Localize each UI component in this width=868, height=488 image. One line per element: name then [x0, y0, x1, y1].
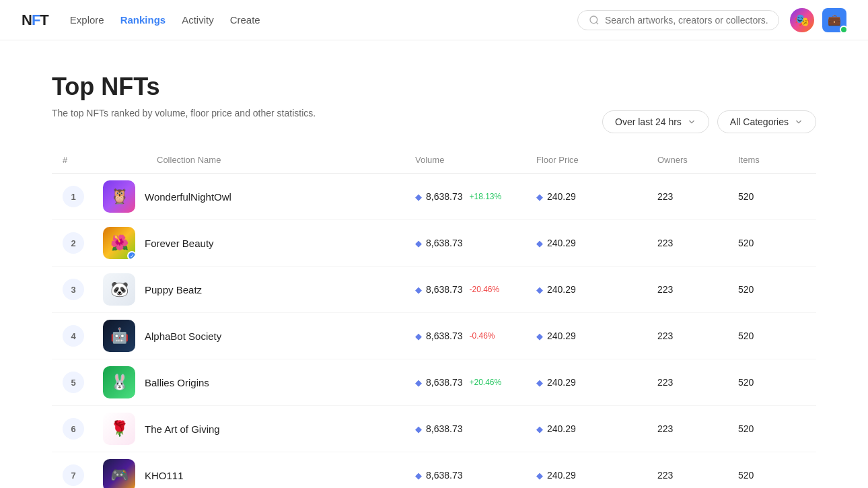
- volume-value: 8,638.73: [426, 238, 463, 248]
- collection-cell: 🌺 ✓ Forever Beauty: [103, 227, 415, 259]
- volume-cell: ◆ 8,638.73 +20.46%: [415, 377, 536, 388]
- collection-cell: 🦉 WonderfulNightOwl: [103, 180, 415, 213]
- owners-cell: 223: [657, 377, 738, 388]
- svg-point-0: [590, 16, 598, 24]
- search-icon: [589, 15, 600, 26]
- rank-cell: 2: [63, 232, 103, 254]
- owners-cell: 223: [657, 423, 738, 434]
- collection-name: Puppy Beatz: [145, 284, 202, 295]
- collection-cell: 🤖 AlphaBot Society: [103, 320, 415, 352]
- nft-thumbnail: 🤖: [103, 320, 135, 352]
- rank-badge: 5: [63, 372, 84, 393]
- category-filter-button[interactable]: All Categories: [717, 110, 816, 133]
- search-input[interactable]: [605, 15, 768, 26]
- eth-icon: ◆: [415, 470, 422, 481]
- items-cell: 520: [738, 470, 805, 481]
- eth-icon: ◆: [415, 285, 422, 295]
- rank-cell: 3: [63, 279, 103, 300]
- eth-icon: ◆: [415, 331, 422, 341]
- main-content: Top NFTs The top NFTs ranked by volume, …: [30, 40, 838, 488]
- table-row[interactable]: 1 🦉 WonderfulNightOwl ◆ 8,638.73 +18.13%…: [52, 174, 816, 220]
- floor-cell: ◆ 240.29: [536, 330, 657, 341]
- volume-value: 8,638.73: [426, 191, 463, 202]
- collection-name: The Art of Giving: [145, 423, 220, 435]
- nav-create[interactable]: Create: [230, 14, 260, 26]
- rank-cell: 6: [63, 418, 103, 440]
- nft-thumb-emoji: 🐼: [103, 273, 135, 306]
- eth-icon: ◆: [536, 470, 543, 481]
- nft-thumb-emoji: 🤖: [103, 320, 135, 352]
- nav-links: Explore Rankings Activity Create: [70, 14, 260, 26]
- nav-explore[interactable]: Explore: [70, 14, 104, 26]
- floor-value: 240.29: [547, 191, 576, 202]
- owners-cell: 223: [657, 470, 738, 481]
- eth-icon: ◆: [415, 424, 422, 434]
- verified-badge: ✓: [127, 251, 135, 259]
- nav-actions: 🎭 💼: [790, 8, 846, 32]
- volume-change: -0.46%: [470, 331, 495, 341]
- owners-cell: 223: [657, 330, 738, 341]
- table-row[interactable]: 6 🌹 The Art of Giving ◆ 8,638.73 ◆ 240.2…: [52, 406, 816, 452]
- page-title: Top NFTs: [52, 73, 816, 101]
- chevron-down-icon: [794, 117, 803, 127]
- rank-cell: 7: [63, 464, 103, 486]
- site-logo[interactable]: NFT: [22, 11, 48, 29]
- volume-cell: ◆ 8,638.73: [415, 470, 536, 481]
- nft-thumbnail: 🌺 ✓: [103, 227, 135, 259]
- volume-cell: ◆ 8,638.73 +18.13%: [415, 191, 536, 202]
- floor-cell: ◆ 240.29: [536, 423, 657, 434]
- table-row[interactable]: 4 🤖 AlphaBot Society ◆ 8,638.73 -0.46% ◆…: [52, 313, 816, 359]
- rank-badge: 3: [63, 279, 84, 300]
- volume-value: 8,638.73: [426, 470, 463, 481]
- nft-thumbnail: 🎮: [103, 459, 135, 488]
- rank-badge: 6: [63, 418, 84, 440]
- floor-cell: ◆ 240.29: [536, 191, 657, 202]
- nav-activity[interactable]: Activity: [182, 14, 214, 26]
- table-row[interactable]: 5 🐰 Ballies Origins ◆ 8,638.73 +20.46% ◆…: [52, 359, 816, 406]
- nft-thumbnail: 🦉: [103, 180, 135, 213]
- items-cell: 520: [738, 423, 805, 434]
- table-row[interactable]: 2 🌺 ✓ Forever Beauty ◆ 8,638.73 ◆ 240.29…: [52, 220, 816, 267]
- items-cell: 520: [738, 191, 805, 202]
- nft-thumb-emoji: 🐰: [103, 366, 135, 398]
- eth-icon: ◆: [415, 378, 422, 388]
- rank-badge: 1: [63, 186, 84, 207]
- eth-icon: ◆: [536, 378, 543, 388]
- floor-value: 240.29: [547, 238, 576, 248]
- wallet-button[interactable]: 💼: [822, 8, 846, 32]
- rank-badge: 2: [63, 232, 84, 254]
- col-collection: Collection Name: [103, 155, 415, 165]
- floor-cell: ◆ 240.29: [536, 470, 657, 481]
- nav-rankings[interactable]: Rankings: [120, 14, 166, 26]
- svg-line-1: [596, 22, 598, 24]
- eth-icon: ◆: [536, 285, 543, 295]
- col-rank: #: [63, 155, 103, 165]
- floor-cell: ◆ 240.29: [536, 377, 657, 388]
- floor-value: 240.29: [547, 330, 576, 341]
- items-cell: 520: [738, 238, 805, 248]
- volume-value: 8,638.73: [426, 377, 463, 388]
- time-filter-button[interactable]: Over last 24 hrs: [602, 110, 709, 133]
- rank-cell: 5: [63, 372, 103, 393]
- eth-icon: ◆: [536, 192, 543, 202]
- rank-cell: 1: [63, 186, 103, 207]
- nft-thumb-emoji: 🎮: [103, 459, 135, 488]
- eth-icon: ◆: [536, 424, 543, 434]
- nft-thumb-emoji: 🦉: [103, 180, 135, 213]
- floor-cell: ◆ 240.29: [536, 284, 657, 295]
- table-row[interactable]: 7 🎮 KHO111 ◆ 8,638.73 ◆ 240.29 223 520: [52, 452, 816, 488]
- collection-name: KHO111: [145, 470, 184, 481]
- wallet-badge: [840, 26, 848, 34]
- volume-value: 8,638.73: [426, 284, 463, 295]
- volume-cell: ◆ 8,638.73 -20.46%: [415, 284, 536, 295]
- nft-thumbnail: 🌹: [103, 413, 135, 445]
- table-row[interactable]: 3 🐼 Puppy Beatz ◆ 8,638.73 -20.46% ◆ 240…: [52, 267, 816, 313]
- time-filter-label: Over last 24 hrs: [615, 116, 682, 127]
- collection-cell: 🐼 Puppy Beatz: [103, 273, 415, 306]
- volume-value: 8,638.73: [426, 330, 463, 341]
- avatar[interactable]: 🎭: [790, 8, 814, 32]
- floor-value: 240.29: [547, 423, 576, 434]
- owners-cell: 223: [657, 284, 738, 295]
- col-volume: Volume: [415, 155, 536, 165]
- category-filter-label: All Categories: [730, 116, 789, 127]
